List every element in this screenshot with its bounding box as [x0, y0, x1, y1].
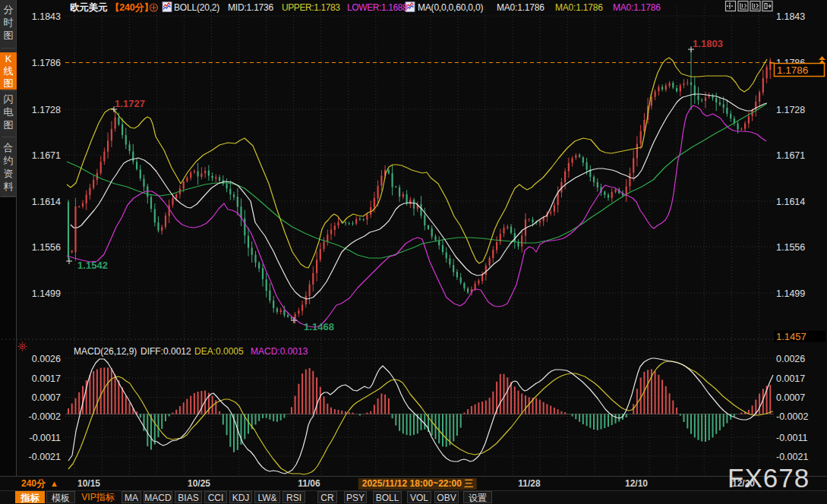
svg-text:1.1614: 1.1614: [776, 197, 805, 207]
svg-text:0.0026: 0.0026: [32, 354, 61, 364]
svg-text:1.1499: 1.1499: [776, 288, 805, 299]
svg-text:1.1499: 1.1499: [32, 288, 61, 299]
svg-text:1.1843: 1.1843: [776, 11, 805, 22]
svg-text:-0.0002: -0.0002: [29, 411, 61, 422]
svg-text:1.1556: 1.1556: [32, 242, 61, 253]
svg-text:0.0007: 0.0007: [32, 392, 61, 403]
svg-text:-0.0021: -0.0021: [776, 452, 808, 462]
svg-text:-0.0011: -0.0011: [776, 433, 808, 443]
svg-text:-0.0002: -0.0002: [776, 411, 808, 422]
svg-text:0.0026: 0.0026: [776, 354, 805, 364]
svg-text:1.1843: 1.1843: [32, 11, 61, 22]
svg-text:1.1468: 1.1468: [304, 321, 334, 332]
svg-text:1.1671: 1.1671: [32, 150, 61, 161]
svg-text:-0.0011: -0.0011: [30, 433, 62, 443]
svg-text:1.1614: 1.1614: [32, 197, 61, 207]
svg-text:1.1786: 1.1786: [777, 65, 808, 76]
svg-text:-0.0021: -0.0021: [29, 452, 61, 462]
svg-text:1.1671: 1.1671: [776, 150, 805, 161]
svg-text:1.1728: 1.1728: [32, 105, 61, 115]
svg-text:0.0017: 0.0017: [32, 373, 61, 384]
svg-text:1.1727: 1.1727: [115, 98, 145, 109]
svg-text:0.0007: 0.0007: [776, 392, 805, 403]
svg-text:1.1803: 1.1803: [693, 38, 723, 49]
svg-text:1.1556: 1.1556: [776, 242, 805, 253]
svg-text:0.0017: 0.0017: [776, 373, 805, 384]
svg-text:1.1457: 1.1457: [776, 331, 806, 342]
svg-text:1.1728: 1.1728: [776, 105, 805, 115]
svg-text:1.1542: 1.1542: [77, 260, 108, 271]
svg-text:1.1786: 1.1786: [32, 58, 61, 68]
